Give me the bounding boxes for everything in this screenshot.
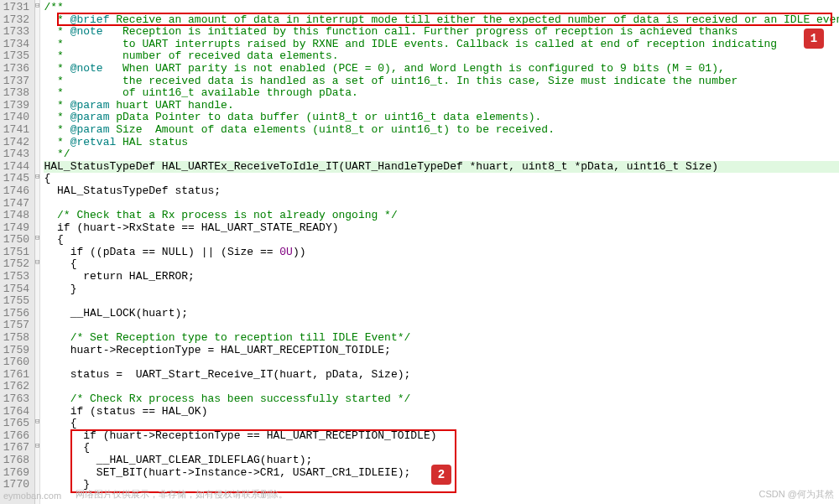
line-number: 1744: [2, 161, 29, 174]
line-number: 1762: [2, 381, 29, 393]
line-number: 1759: [2, 345, 29, 357]
code-line[interactable]: * @note When UART parity is not enabled …: [44, 63, 839, 75]
watermark-center: 网络图片仅供展示，非存储，如有侵权请联系删除。: [76, 488, 288, 501]
code-line[interactable]: * the received data is handled as a set …: [44, 75, 839, 88]
fold-marker: [35, 98, 39, 111]
line-number: 1737: [2, 75, 29, 88]
code-line[interactable]: __HAL_LOCK(huart);: [44, 308, 839, 320]
line-number: 1751: [2, 247, 29, 259]
code-line[interactable]: [44, 381, 839, 393]
line-number: 1768: [2, 455, 29, 467]
fold-marker: [35, 122, 39, 135]
code-line[interactable]: huart->ReceptionType = HAL_UART_RECEPTIO…: [44, 345, 839, 357]
code-line[interactable]: HAL_StatusTypeDef status;: [44, 185, 839, 198]
code-editor: 1731173217331734173517361737173817391740…: [0, 0, 839, 504]
line-number: 1746: [2, 185, 29, 198]
line-number: 1749: [2, 222, 29, 235]
code-line[interactable]: */: [44, 148, 839, 161]
fold-marker: [35, 379, 39, 392]
code-line[interactable]: /* Check that a Rx process is not alread…: [44, 210, 839, 222]
fold-marker: [35, 294, 39, 306]
fold-marker: [35, 184, 39, 196]
code-line[interactable]: * @note Reception is initiated by this f…: [44, 26, 839, 39]
fold-marker: [35, 404, 39, 417]
line-number: 1738: [2, 87, 29, 100]
line-number: 1739: [2, 100, 29, 112]
code-line[interactable]: {: [44, 173, 839, 185]
code-line[interactable]: status = UART_Start_Receive_IT(huart, pD…: [44, 369, 839, 382]
annotation-badge-2: 2: [431, 465, 451, 485]
code-line[interactable]: {: [44, 418, 839, 430]
line-number: 1753: [2, 271, 29, 283]
code-line[interactable]: [44, 295, 839, 308]
fold-marker: [35, 367, 39, 380]
fold-marker[interactable]: ⊟: [35, 440, 39, 453]
line-number: 1747: [2, 198, 29, 210]
fold-marker[interactable]: ⊟: [35, 257, 39, 269]
line-number: 1757: [2, 320, 29, 332]
fold-marker: [35, 86, 39, 98]
code-line[interactable]: * number of received data elements.: [44, 50, 839, 63]
fold-marker[interactable]: ⊟: [35, 232, 39, 245]
fold-marker[interactable]: ⊟: [35, 171, 39, 184]
watermark-right: CSDN @何为其然: [759, 488, 834, 501]
fold-marker: [35, 196, 39, 209]
line-number: 1733: [2, 26, 29, 39]
code-line[interactable]: if ((pData == NULL) || (Size == 0U)): [44, 247, 839, 259]
line-number: 1735: [2, 50, 29, 63]
code-line[interactable]: return HAL_ERROR;: [44, 271, 839, 283]
fold-marker: [35, 306, 39, 319]
code-line[interactable]: * to UART interrupts raised by RXNE and …: [44, 39, 839, 51]
code-line[interactable]: * @param pData Pointer to data buffer (u…: [44, 112, 839, 124]
fold-marker[interactable]: ⊟: [35, 0, 39, 13]
line-number: 1763: [2, 393, 29, 406]
code-line[interactable]: /* Set Reception type to reception till …: [44, 332, 839, 345]
code-line[interactable]: HAL_StatusTypeDef HAL_UARTEx_ReceiveToId…: [44, 161, 839, 174]
code-line[interactable]: [44, 320, 839, 332]
code-line[interactable]: /* Check Rx process has been successfull…: [44, 393, 839, 406]
fold-marker: [35, 282, 39, 294]
line-number: 1764: [2, 406, 29, 418]
fold-marker: [35, 477, 39, 490]
code-line[interactable]: if (huart->RxState == HAL_UART_STATE_REA…: [44, 222, 839, 235]
line-number: 1741: [2, 124, 29, 137]
code-line[interactable]: {: [44, 258, 839, 271]
code-line[interactable]: }: [44, 283, 839, 296]
fold-marker[interactable]: ⊟: [35, 416, 39, 429]
fold-marker: [35, 343, 39, 356]
fold-marker: [35, 221, 39, 233]
line-number: 1758: [2, 332, 29, 345]
code-line[interactable]: * @param huart UART handle.: [44, 100, 839, 112]
line-number: 1755: [2, 295, 29, 308]
line-number: 1731: [2, 2, 29, 14]
fold-marker: [35, 49, 39, 61]
fold-marker: [35, 429, 39, 441]
fold-marker: [35, 61, 39, 74]
code-line[interactable]: [44, 356, 839, 369]
fold-marker: [35, 208, 39, 221]
code-line[interactable]: * @param Size Amount of data elements (u…: [44, 124, 839, 137]
code-line[interactable]: * of uint16_t available through pData.: [44, 87, 839, 100]
code-line[interactable]: if (status == HAL_OK): [44, 406, 839, 418]
line-number: 1736: [2, 63, 29, 75]
fold-marker: [35, 135, 39, 148]
code-area[interactable]: /** * @brief Receive an amount of data i…: [40, 0, 839, 504]
line-number: 1734: [2, 39, 29, 51]
line-number: 1761: [2, 369, 29, 382]
line-number: 1743: [2, 148, 29, 161]
fold-marker: [35, 245, 39, 257]
line-number: 1748: [2, 210, 29, 222]
fold-marker: [35, 37, 39, 49]
fold-marker: [35, 110, 39, 122]
fold-marker: [35, 465, 39, 478]
code-line[interactable]: [44, 198, 839, 210]
line-number: 1756: [2, 308, 29, 320]
fold-marker: [35, 74, 39, 86]
code-line[interactable]: * @retval HAL status: [44, 137, 839, 149]
fold-marker: [35, 453, 39, 465]
fold-marker: [35, 318, 39, 330]
line-number: 1765: [2, 418, 29, 430]
line-number: 1754: [2, 283, 29, 296]
line-number: 1769: [2, 467, 29, 480]
code-line[interactable]: {: [44, 234, 839, 247]
